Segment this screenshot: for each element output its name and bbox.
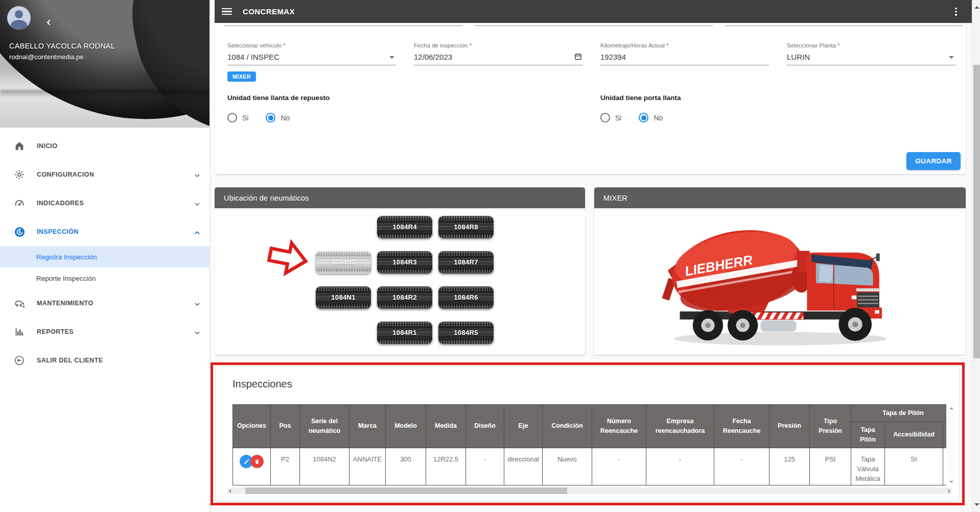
col-subheader-partial — [943, 422, 947, 448]
spare-tire-radio-group: Si No — [227, 113, 307, 123]
tire-button-1084N2[interactable]: 1084N2 — [316, 251, 371, 274]
cell-eje: direccional — [504, 448, 543, 485]
col-header-tipo-presion: Tipo Presión — [810, 405, 851, 448]
tire-button-1084R1[interactable]: 1084R1 — [377, 322, 432, 344]
cell-accesibilidad: SI — [885, 448, 943, 485]
tire-button-1084R3[interactable]: 1084R3 — [377, 251, 432, 274]
tire-button-1084R5[interactable]: 1084R5 — [438, 322, 494, 344]
col-header-modelo: Modelo — [386, 405, 426, 448]
app-bar: CONCREMAX — [215, 0, 972, 23]
inspection-icon — [13, 226, 26, 238]
col-header-serie: Serie del neumático — [300, 405, 349, 448]
radio-si[interactable] — [600, 113, 610, 123]
odometer-input[interactable]: Kilometraje/Horas Actual * 192394 — [600, 42, 769, 65]
main-content: Seleccionar vehículo * 1084 / INSPEC Fec… — [215, 23, 972, 512]
chevron-down-icon — [194, 172, 200, 178]
avatar — [7, 6, 31, 30]
cell-fecha-reencauche: - — [714, 448, 769, 485]
vehicle-select[interactable]: Seleccionar vehículo * 1084 / INSPEC — [227, 42, 396, 65]
scroll-down-arrow-icon[interactable] — [974, 503, 979, 508]
menu-icon[interactable] — [222, 8, 232, 15]
cell-numero-reencauche: - — [592, 448, 646, 485]
plant-select[interactable]: Seleccionar Planta * LURIN — [787, 42, 955, 65]
tire-button-1084R7[interactable]: 1084R7 — [438, 251, 494, 274]
scroll-left-arrow-icon[interactable] — [229, 489, 231, 493]
cutoff-field-underline — [725, 26, 963, 26]
table-row: P2 1084N2 ANNAITE 300 12R22.5 - direccio… — [233, 448, 947, 485]
tire-location-panel-header: Ubicación de neumáticos — [215, 187, 585, 208]
sidebar-subitem-reporte-inspeccion[interactable]: Reporte Inspección — [0, 267, 209, 289]
sidebar-item-configuracion[interactable]: CONFIGURACION — [0, 160, 209, 189]
logout-icon — [13, 355, 26, 366]
tire-carrier-radio-group: Si No — [600, 113, 680, 123]
col-header-presion: Presión — [769, 405, 810, 448]
kebab-menu-icon[interactable] — [951, 7, 961, 16]
dropdown-arrow-icon — [389, 56, 394, 61]
chevron-down-icon — [194, 200, 200, 206]
cell-empresa-reencauchadora: - — [646, 448, 714, 485]
chevron-down-icon — [194, 300, 200, 306]
col-subheader-accesibilidad: Accesibilidad — [885, 422, 943, 448]
tire-button-1084R6[interactable]: 1084R6 — [438, 286, 494, 309]
col-header-medida: Medida — [426, 405, 466, 448]
scroll-right-arrow-icon[interactable] — [948, 489, 950, 493]
sidebar-item-inspeccion[interactable]: INSPECCIÓN — [0, 217, 209, 246]
tire-carrier-question-label: Unidad tiene porta llanta — [600, 94, 681, 102]
calendar-icon[interactable] — [574, 52, 582, 62]
cell-diseno: - — [466, 448, 504, 485]
dropdown-arrow-icon — [949, 56, 954, 61]
horizontal-scrollbar-thumb[interactable] — [245, 487, 567, 494]
cell-tipo-presion: PSI — [810, 448, 851, 485]
cell-modelo: 300 — [386, 448, 426, 485]
page-vertical-scrollbar[interactable] — [972, 0, 980, 512]
sidebar-item-mantenimiento[interactable]: MANTENIMIENTO — [0, 289, 209, 318]
sidebar-profile-header: CABELLO YACOLCA RODNAL rodnal@contentmed… — [0, 0, 209, 128]
col-header-eje: Eje — [504, 405, 543, 448]
radio-si[interactable] — [227, 113, 237, 123]
col-header-empresa-reencauchadora: Empresa reencauchadora — [646, 405, 714, 448]
delete-button[interactable] — [250, 455, 264, 468]
cell-pos: P2 — [271, 448, 300, 485]
app-title: CONCREMAX — [243, 7, 295, 16]
vertical-scrollbar-thumb[interactable] — [973, 65, 980, 358]
sidebar-collapse-icon[interactable] — [44, 17, 54, 28]
table-horizontal-scrollbar[interactable] — [227, 487, 952, 494]
sidebar-item-inicio[interactable]: INICIO — [0, 132, 209, 160]
tire-button-1084R2[interactable]: 1084R2 — [377, 286, 432, 309]
tire-button-1084R4[interactable]: 1084R4 — [377, 216, 432, 238]
save-button[interactable]: GUARDAR — [906, 152, 961, 170]
row-actions — [233, 448, 271, 485]
radio-no[interactable] — [266, 113, 275, 123]
radio-no[interactable] — [639, 113, 648, 123]
tire-button-1084N1[interactable]: 1084N1 — [316, 286, 371, 309]
col-header-diseno: Diseño — [466, 405, 504, 448]
mixer-panel: MIXER LIEBH — [594, 187, 966, 355]
vehicle-icon — [13, 298, 26, 309]
inspections-table: Opciones Pos Serie del neumático Marca M… — [232, 404, 946, 486]
cutoff-field-underline — [224, 26, 462, 26]
sidebar-item-reportes[interactable]: REPORTES — [0, 318, 209, 346]
gauge-icon — [13, 198, 26, 209]
sidebar: CABELLO YACOLCA RODNAL rodnal@contentmed… — [0, 0, 209, 512]
mixer-panel-header: MIXER — [594, 187, 966, 208]
table-vertical-scrollbar[interactable] — [947, 404, 955, 486]
tire-button-1084R8[interactable]: 1084R8 — [438, 216, 494, 238]
cell-tapa-piton: Tapa Válvula Metálica — [851, 448, 885, 485]
bar-chart-icon — [13, 326, 26, 337]
mixer-truck-image: LIEBHERR — [639, 217, 921, 351]
col-header-opciones: Opciones — [233, 405, 271, 448]
sidebar-item-salir-del-cliente[interactable]: SALIR DEL CLIENTE — [0, 346, 209, 375]
inspections-card: Inspecciones Opciones Pos Serie del neum… — [216, 367, 959, 501]
chevron-down-icon — [194, 329, 200, 335]
sidebar-subitem-registra-inspeccion[interactable]: Registra Inspección — [0, 246, 209, 267]
col-header-fecha-reencauche: Fecha Reencauche — [714, 405, 769, 448]
inspections-title: Inspecciones — [232, 378, 292, 390]
inspection-form-card: Seleccionar vehículo * 1084 / INSPEC Fec… — [215, 23, 966, 174]
chevron-up-icon — [194, 229, 200, 235]
scroll-up-arrow-icon[interactable] — [974, 4, 979, 9]
spare-tire-question-label: Unidad tiene llanta de repuesto — [227, 94, 330, 102]
sidebar-item-indicadores[interactable]: INDICADORES — [0, 189, 209, 217]
inspection-date-input[interactable]: Fecha de inspección * 12/06/2023 — [414, 42, 582, 65]
cutoff-field-underline — [475, 26, 713, 26]
col-subheader-tapa-piton: Tapa Pitón — [851, 422, 885, 448]
